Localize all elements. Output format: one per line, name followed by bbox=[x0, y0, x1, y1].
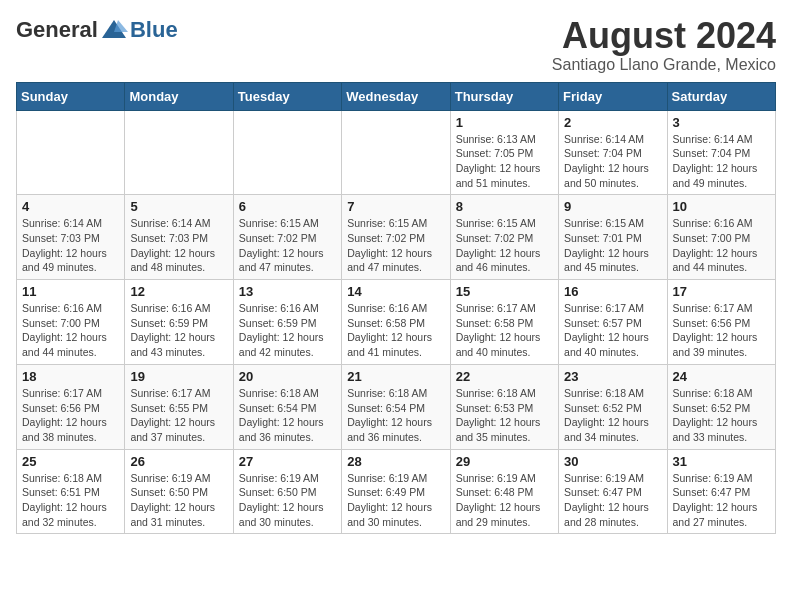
day-number: 14 bbox=[347, 284, 444, 299]
day-number: 27 bbox=[239, 454, 336, 469]
logo-general-text: General bbox=[16, 17, 98, 43]
calendar-cell: 28Sunrise: 6:19 AMSunset: 6:49 PMDayligh… bbox=[342, 449, 450, 534]
calendar-cell: 23Sunrise: 6:18 AMSunset: 6:52 PMDayligh… bbox=[559, 364, 667, 449]
calendar-cell: 16Sunrise: 6:17 AMSunset: 6:57 PMDayligh… bbox=[559, 280, 667, 365]
calendar-cell: 6Sunrise: 6:15 AMSunset: 7:02 PMDaylight… bbox=[233, 195, 341, 280]
day-number: 16 bbox=[564, 284, 661, 299]
day-number: 19 bbox=[130, 369, 227, 384]
calendar-cell: 25Sunrise: 6:18 AMSunset: 6:51 PMDayligh… bbox=[17, 449, 125, 534]
calendar-cell: 18Sunrise: 6:17 AMSunset: 6:56 PMDayligh… bbox=[17, 364, 125, 449]
day-info: Sunrise: 6:18 AMSunset: 6:54 PMDaylight:… bbox=[239, 386, 336, 445]
day-number: 13 bbox=[239, 284, 336, 299]
day-info: Sunrise: 6:17 AMSunset: 6:56 PMDaylight:… bbox=[673, 301, 770, 360]
day-info: Sunrise: 6:18 AMSunset: 6:53 PMDaylight:… bbox=[456, 386, 553, 445]
calendar-cell: 9Sunrise: 6:15 AMSunset: 7:01 PMDaylight… bbox=[559, 195, 667, 280]
day-number: 15 bbox=[456, 284, 553, 299]
day-info: Sunrise: 6:15 AMSunset: 7:02 PMDaylight:… bbox=[239, 216, 336, 275]
day-info: Sunrise: 6:16 AMSunset: 6:59 PMDaylight:… bbox=[130, 301, 227, 360]
day-number: 31 bbox=[673, 454, 770, 469]
page-header: General Blue August 2024 Santiago Llano … bbox=[16, 16, 776, 74]
calendar-cell bbox=[233, 110, 341, 195]
day-number: 30 bbox=[564, 454, 661, 469]
day-info: Sunrise: 6:19 AMSunset: 6:48 PMDaylight:… bbox=[456, 471, 553, 530]
calendar-cell: 24Sunrise: 6:18 AMSunset: 6:52 PMDayligh… bbox=[667, 364, 775, 449]
calendar-table: SundayMondayTuesdayWednesdayThursdayFrid… bbox=[16, 82, 776, 535]
day-header-tuesday: Tuesday bbox=[233, 82, 341, 110]
title-block: August 2024 Santiago Llano Grande, Mexic… bbox=[552, 16, 776, 74]
day-number: 20 bbox=[239, 369, 336, 384]
day-info: Sunrise: 6:14 AMSunset: 7:03 PMDaylight:… bbox=[22, 216, 119, 275]
day-number: 21 bbox=[347, 369, 444, 384]
day-info: Sunrise: 6:19 AMSunset: 6:47 PMDaylight:… bbox=[673, 471, 770, 530]
day-info: Sunrise: 6:13 AMSunset: 7:05 PMDaylight:… bbox=[456, 132, 553, 191]
day-header-sunday: Sunday bbox=[17, 82, 125, 110]
calendar-header-row: SundayMondayTuesdayWednesdayThursdayFrid… bbox=[17, 82, 776, 110]
calendar-cell: 19Sunrise: 6:17 AMSunset: 6:55 PMDayligh… bbox=[125, 364, 233, 449]
day-info: Sunrise: 6:18 AMSunset: 6:54 PMDaylight:… bbox=[347, 386, 444, 445]
day-number: 23 bbox=[564, 369, 661, 384]
day-number: 3 bbox=[673, 115, 770, 130]
calendar-cell: 5Sunrise: 6:14 AMSunset: 7:03 PMDaylight… bbox=[125, 195, 233, 280]
calendar-week-row: 11Sunrise: 6:16 AMSunset: 7:00 PMDayligh… bbox=[17, 280, 776, 365]
calendar-cell: 11Sunrise: 6:16 AMSunset: 7:00 PMDayligh… bbox=[17, 280, 125, 365]
day-info: Sunrise: 6:15 AMSunset: 7:02 PMDaylight:… bbox=[347, 216, 444, 275]
calendar-cell: 15Sunrise: 6:17 AMSunset: 6:58 PMDayligh… bbox=[450, 280, 558, 365]
day-header-friday: Friday bbox=[559, 82, 667, 110]
calendar-week-row: 4Sunrise: 6:14 AMSunset: 7:03 PMDaylight… bbox=[17, 195, 776, 280]
calendar-cell: 7Sunrise: 6:15 AMSunset: 7:02 PMDaylight… bbox=[342, 195, 450, 280]
day-number: 6 bbox=[239, 199, 336, 214]
calendar-cell: 20Sunrise: 6:18 AMSunset: 6:54 PMDayligh… bbox=[233, 364, 341, 449]
calendar-cell: 10Sunrise: 6:16 AMSunset: 7:00 PMDayligh… bbox=[667, 195, 775, 280]
calendar-cell: 4Sunrise: 6:14 AMSunset: 7:03 PMDaylight… bbox=[17, 195, 125, 280]
calendar-cell bbox=[17, 110, 125, 195]
logo: General Blue bbox=[16, 16, 178, 44]
day-info: Sunrise: 6:16 AMSunset: 6:58 PMDaylight:… bbox=[347, 301, 444, 360]
location-subtitle: Santiago Llano Grande, Mexico bbox=[552, 56, 776, 74]
calendar-week-row: 25Sunrise: 6:18 AMSunset: 6:51 PMDayligh… bbox=[17, 449, 776, 534]
day-number: 7 bbox=[347, 199, 444, 214]
day-info: Sunrise: 6:18 AMSunset: 6:52 PMDaylight:… bbox=[673, 386, 770, 445]
calendar-cell: 27Sunrise: 6:19 AMSunset: 6:50 PMDayligh… bbox=[233, 449, 341, 534]
day-header-saturday: Saturday bbox=[667, 82, 775, 110]
month-year-title: August 2024 bbox=[552, 16, 776, 56]
day-info: Sunrise: 6:19 AMSunset: 6:50 PMDaylight:… bbox=[130, 471, 227, 530]
day-number: 22 bbox=[456, 369, 553, 384]
day-number: 25 bbox=[22, 454, 119, 469]
calendar-cell: 3Sunrise: 6:14 AMSunset: 7:04 PMDaylight… bbox=[667, 110, 775, 195]
day-number: 12 bbox=[130, 284, 227, 299]
calendar-week-row: 18Sunrise: 6:17 AMSunset: 6:56 PMDayligh… bbox=[17, 364, 776, 449]
day-info: Sunrise: 6:16 AMSunset: 7:00 PMDaylight:… bbox=[22, 301, 119, 360]
day-info: Sunrise: 6:14 AMSunset: 7:04 PMDaylight:… bbox=[564, 132, 661, 191]
day-number: 26 bbox=[130, 454, 227, 469]
day-number: 18 bbox=[22, 369, 119, 384]
day-info: Sunrise: 6:19 AMSunset: 6:47 PMDaylight:… bbox=[564, 471, 661, 530]
day-header-wednesday: Wednesday bbox=[342, 82, 450, 110]
day-info: Sunrise: 6:19 AMSunset: 6:49 PMDaylight:… bbox=[347, 471, 444, 530]
calendar-week-row: 1Sunrise: 6:13 AMSunset: 7:05 PMDaylight… bbox=[17, 110, 776, 195]
day-info: Sunrise: 6:15 AMSunset: 7:02 PMDaylight:… bbox=[456, 216, 553, 275]
day-number: 5 bbox=[130, 199, 227, 214]
day-number: 2 bbox=[564, 115, 661, 130]
calendar-cell: 22Sunrise: 6:18 AMSunset: 6:53 PMDayligh… bbox=[450, 364, 558, 449]
calendar-cell: 30Sunrise: 6:19 AMSunset: 6:47 PMDayligh… bbox=[559, 449, 667, 534]
day-info: Sunrise: 6:17 AMSunset: 6:58 PMDaylight:… bbox=[456, 301, 553, 360]
day-info: Sunrise: 6:14 AMSunset: 7:03 PMDaylight:… bbox=[130, 216, 227, 275]
day-info: Sunrise: 6:17 AMSunset: 6:57 PMDaylight:… bbox=[564, 301, 661, 360]
day-info: Sunrise: 6:17 AMSunset: 6:55 PMDaylight:… bbox=[130, 386, 227, 445]
svg-marker-1 bbox=[114, 20, 128, 32]
day-number: 10 bbox=[673, 199, 770, 214]
calendar-cell: 12Sunrise: 6:16 AMSunset: 6:59 PMDayligh… bbox=[125, 280, 233, 365]
day-number: 4 bbox=[22, 199, 119, 214]
day-info: Sunrise: 6:16 AMSunset: 7:00 PMDaylight:… bbox=[673, 216, 770, 275]
calendar-cell: 17Sunrise: 6:17 AMSunset: 6:56 PMDayligh… bbox=[667, 280, 775, 365]
calendar-cell bbox=[125, 110, 233, 195]
logo-blue-text: Blue bbox=[130, 17, 178, 43]
day-number: 1 bbox=[456, 115, 553, 130]
calendar-cell: 13Sunrise: 6:16 AMSunset: 6:59 PMDayligh… bbox=[233, 280, 341, 365]
calendar-cell: 21Sunrise: 6:18 AMSunset: 6:54 PMDayligh… bbox=[342, 364, 450, 449]
day-number: 29 bbox=[456, 454, 553, 469]
day-header-thursday: Thursday bbox=[450, 82, 558, 110]
logo-icon bbox=[100, 16, 128, 44]
calendar-cell: 1Sunrise: 6:13 AMSunset: 7:05 PMDaylight… bbox=[450, 110, 558, 195]
day-number: 11 bbox=[22, 284, 119, 299]
